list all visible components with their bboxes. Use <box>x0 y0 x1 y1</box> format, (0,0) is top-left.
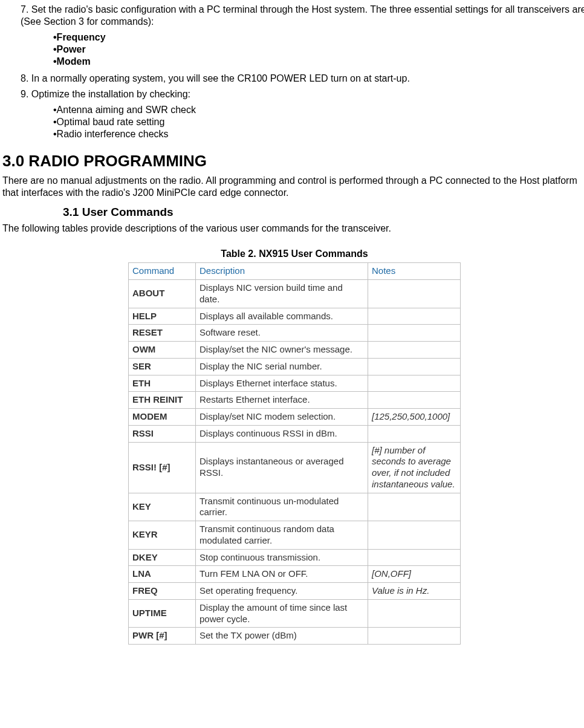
table-row: KEYTransmit continuous un-modulated carr… <box>129 493 461 521</box>
cell-notes: Value is in Hz. <box>368 583 461 600</box>
section-3-1-heading: 3.1 User Commands <box>63 205 584 219</box>
cell-command: ETH <box>129 375 196 392</box>
bullet-power: Power <box>53 44 584 56</box>
cell-notes <box>368 493 461 521</box>
cell-notes <box>368 325 461 342</box>
table-row: UPTIMEDisplay the amount of time since l… <box>129 599 461 628</box>
cell-command: HELP <box>129 308 196 325</box>
table-row: RSSI! [#]Displays instantaneous or avera… <box>129 442 461 493</box>
step-9-bullets: Antenna aiming and SWR check Optimal bau… <box>53 104 584 140</box>
cell-description: Display the amount of time since last po… <box>196 599 368 628</box>
table-row: RESETSoftware reset. <box>129 325 461 342</box>
bullet-antenna: Antenna aiming and SWR check <box>53 104 584 116</box>
cell-notes <box>368 628 461 645</box>
cell-description: Set the TX power (dBm) <box>196 628 368 645</box>
cell-notes: [ON,OFF] <box>368 566 461 583</box>
table-row: HELPDisplays all available commands. <box>129 308 461 325</box>
cell-command: FREQ <box>129 583 196 600</box>
cell-command: MODEM <box>129 409 196 426</box>
cell-notes: [125,250,500,1000] <box>368 409 461 426</box>
cell-command: OWM <box>129 342 196 359</box>
section-3-heading: 3.0 RADIO PROGRAMMING <box>2 151 584 171</box>
cell-description: Displays NIC version build time and date… <box>196 280 368 308</box>
cell-description: Turn FEM LNA ON or OFF. <box>196 566 368 583</box>
cell-notes <box>368 549 461 566</box>
bullet-modem: Modem <box>53 56 584 68</box>
cell-notes <box>368 392 461 409</box>
cell-command: DKEY <box>129 549 196 566</box>
cell-command: RSSI! [#] <box>129 442 196 493</box>
cell-description: Transmit continuous un-modulated carrier… <box>196 493 368 521</box>
cell-command: SER <box>129 358 196 375</box>
cell-description: Displays all available commands. <box>196 308 368 325</box>
table-row: MODEMDisplay/set NIC modem selection.[12… <box>129 409 461 426</box>
cell-description: Displays instantaneous or averaged RSSI. <box>196 442 368 493</box>
table-row: ETH REINITRestarts Ethernet interface. <box>129 392 461 409</box>
section-3-para: There are no manual adjustments on the r… <box>2 175 584 199</box>
table-caption: Table 2. NX915 User Commands <box>2 248 584 260</box>
bullet-interference: Radio interference checks <box>53 128 584 140</box>
table-row: ETHDisplays Ethernet interface status. <box>129 375 461 392</box>
col-command: Command <box>129 263 196 280</box>
cell-notes <box>368 358 461 375</box>
table-row: DKEYStop continuous transmission. <box>129 549 461 566</box>
cell-description: Display/set the NIC owner's message. <box>196 342 368 359</box>
bullet-baud: Optimal baud rate setting <box>53 116 584 128</box>
cell-command: RSSI <box>129 425 196 442</box>
table-row: SERDisplay the NIC serial number. <box>129 358 461 375</box>
cell-command: ETH REINIT <box>129 392 196 409</box>
table-row: LNATurn FEM LNA ON or OFF.[ON,OFF] <box>129 566 461 583</box>
cell-command: PWR [#] <box>129 628 196 645</box>
cell-command: KEYR <box>129 521 196 550</box>
cell-command: KEY <box>129 493 196 521</box>
cell-command: LNA <box>129 566 196 583</box>
cell-description: Display/set NIC modem selection. <box>196 409 368 426</box>
cell-notes <box>368 308 461 325</box>
col-description: Description <box>196 263 368 280</box>
cell-description: Set operating frequency. <box>196 583 368 600</box>
cell-description: Software reset. <box>196 325 368 342</box>
step-7: 7. Set the radio's basic configuration w… <box>21 4 584 28</box>
commands-table: Command Description Notes ABOUTDisplays … <box>128 262 461 645</box>
cell-command: RESET <box>129 325 196 342</box>
table-header-row: Command Description Notes <box>129 263 461 280</box>
cell-notes: [#] number of seconds to average over, i… <box>368 442 461 493</box>
table-row: RSSIDisplays continuous RSSI in dBm. <box>129 425 461 442</box>
cell-description: Display the NIC serial number. <box>196 358 368 375</box>
cell-notes <box>368 425 461 442</box>
cell-description: Restarts Ethernet interface. <box>196 392 368 409</box>
step-9: 9. Optimize the installation by checking… <box>21 88 584 100</box>
cell-notes <box>368 521 461 550</box>
cell-description: Displays Ethernet interface status. <box>196 375 368 392</box>
cell-notes <box>368 342 461 359</box>
cell-command: ABOUT <box>129 280 196 308</box>
cell-description: Displays continuous RSSI in dBm. <box>196 425 368 442</box>
table-row: ABOUTDisplays NIC version build time and… <box>129 280 461 308</box>
cell-notes <box>368 280 461 308</box>
step-8: 8. In a normally operating system, you w… <box>21 73 584 85</box>
step-7-bullets: Frequency Power Modem <box>53 31 584 68</box>
cell-description: Stop continuous transmission. <box>196 549 368 566</box>
cell-command: UPTIME <box>129 599 196 628</box>
cell-notes <box>368 599 461 628</box>
table-row: KEYRTransmit continuous random data modu… <box>129 521 461 550</box>
cell-notes <box>368 375 461 392</box>
table-row: OWMDisplay/set the NIC owner's message. <box>129 342 461 359</box>
bullet-frequency: Frequency <box>53 31 584 44</box>
col-notes: Notes <box>368 263 461 280</box>
section-3-1-para: The following tables provide description… <box>2 223 584 235</box>
cell-description: Transmit continuous random data modulate… <box>196 521 368 550</box>
table-row: PWR [#]Set the TX power (dBm) <box>129 628 461 645</box>
table-row: FREQSet operating frequency.Value is in … <box>129 583 461 600</box>
